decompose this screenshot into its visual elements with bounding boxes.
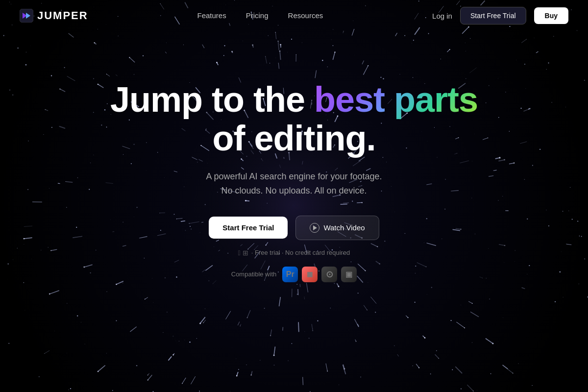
hero-title-best: best [314, 80, 385, 119]
windows-icon: ⊞ [243, 249, 248, 257]
play-circle-icon [310, 223, 319, 233]
hero-watch-button[interactable]: Watch Video [295, 216, 379, 240]
hero-meta:  ⊞ · Free trial · No credit card requir… [238, 249, 350, 257]
navbar: JUMPER Features Pricing Resources Log in… [0, 0, 588, 31]
apple-icon:  [238, 249, 241, 257]
logo-text: JUMPER [37, 9, 88, 22]
nav-item-pricing[interactable]: Pricing [246, 11, 269, 20]
jumper-logo-icon [20, 9, 33, 23]
compat-fcpx: ▦ [302, 267, 318, 282]
compat-screenflow: ▣ [341, 267, 357, 282]
watch-video-label: Watch Video [323, 223, 365, 232]
hero-title-suffix: of editing. [213, 119, 376, 158]
compatible-row: Compatible with Pr ▦ ⊙ ▣ [231, 267, 357, 282]
meta-text: · Free trial · No credit card required [251, 249, 350, 256]
hero-title: Jump to the best parts of editing. [110, 80, 478, 158]
hero-trial-button[interactable]: Start Free Trial [209, 217, 288, 239]
nav-links: Features Pricing Resources [197, 11, 323, 20]
compat-icons: Pr ▦ ⊙ ▣ [282, 267, 357, 282]
nav-trial-button[interactable]: Start Free Trial [460, 7, 526, 24]
os-icons:  ⊞ [238, 249, 248, 257]
hero-title-prefix: Jump to the [110, 80, 314, 119]
compat-premiere: Pr [282, 267, 298, 282]
nav-buy-button[interactable]: Buy [534, 7, 568, 24]
hero-subtitle-line1: A powerful AI search engine for your foo… [206, 172, 382, 181]
hero-title-parts: parts [394, 80, 478, 119]
hero-title-space [385, 80, 394, 119]
compatible-label: Compatible with [231, 270, 277, 278]
hero-subtitle: A powerful AI search engine for your foo… [206, 170, 382, 198]
hero-cta-group: Start Free Trial Watch Video [209, 216, 379, 240]
hero-section: Jump to the best parts of editing. A pow… [0, 31, 588, 282]
play-triangle-icon [313, 225, 317, 230]
nav-right: Log in Start Free Trial Buy [432, 7, 568, 24]
nav-item-resources[interactable]: Resources [288, 11, 323, 20]
compat-resolve: ⊙ [321, 267, 337, 282]
logo[interactable]: JUMPER [20, 9, 88, 23]
login-button[interactable]: Log in [432, 12, 452, 20]
hero-subtitle-line2: No clouds. No uploads. All on device. [221, 186, 367, 196]
nav-item-features[interactable]: Features [197, 11, 226, 20]
